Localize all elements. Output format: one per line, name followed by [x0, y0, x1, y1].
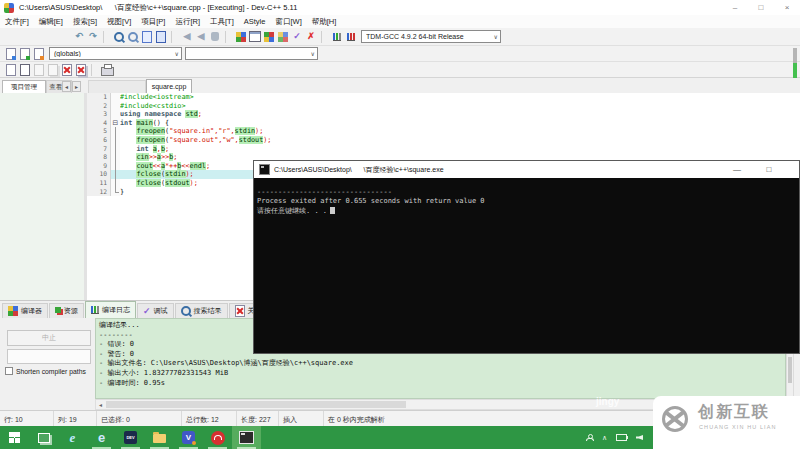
minimize-button[interactable]: –: [722, 0, 748, 15]
line-number-gutter[interactable]: 9: [87, 162, 111, 171]
doc-orange-button[interactable]: [33, 47, 46, 61]
line-number-gutter[interactable]: 12: [87, 188, 111, 197]
code-text[interactable]: int main() {: [120, 119, 800, 128]
line-number-gutter[interactable]: 11: [87, 179, 111, 188]
ie-tile[interactable]: e: [58, 426, 87, 449]
line-number-gutter[interactable]: 3: [87, 110, 111, 119]
editor-tab-square-cpp[interactable]: square.cpp: [146, 79, 192, 93]
close-button[interactable]: ×: [774, 0, 800, 15]
new-file-button[interactable]: [5, 63, 18, 77]
globals-combo[interactable]: (globals)∨: [49, 47, 182, 60]
tab-project-manager[interactable]: 项目管理: [2, 80, 46, 93]
console-title-bar[interactable]: C:\Users\ASUS\Desktop\ \百度经验\c++\square.…: [254, 161, 799, 178]
print-button[interactable]: [101, 63, 114, 77]
project-manager-panel[interactable]: [0, 93, 85, 300]
doc-green-button[interactable]: [19, 47, 32, 61]
start-button[interactable]: [0, 426, 29, 449]
syntax-check-button[interactable]: ✓: [291, 30, 304, 44]
doc-blue-button[interactable]: [5, 47, 18, 61]
run-button[interactable]: [249, 30, 262, 44]
profile-button[interactable]: [331, 30, 344, 44]
compile-run-button[interactable]: [263, 30, 276, 44]
stop-execution-button[interactable]: ✗: [305, 30, 318, 44]
goto-line-button[interactable]: [155, 30, 168, 44]
tab-compile-log[interactable]: 编译日志: [85, 301, 136, 318]
code-line[interactable]: 1#include<iostream>: [87, 93, 800, 102]
code-line[interactable]: 7 int a,b;: [87, 145, 800, 154]
tab-compiler[interactable]: 编译器: [2, 303, 48, 318]
code-text[interactable]: #include<cstdio>: [120, 102, 800, 111]
close-all-button[interactable]: [75, 63, 88, 77]
scrollbar-thumb[interactable]: [788, 357, 792, 383]
devcpp-tile[interactable]: DEV: [116, 426, 145, 449]
fold-marker-icon[interactable]: ⊟: [111, 119, 120, 128]
menu-item-1[interactable]: 文件[F]: [0, 17, 34, 27]
replace-button[interactable]: [141, 30, 154, 44]
menu-item-7[interactable]: 工具[T]: [205, 17, 239, 27]
compiler-combo[interactable]: TDM-GCC 4.9.2 64-bit Release∨: [361, 30, 501, 43]
tab-search-results[interactable]: 搜索结果: [175, 303, 228, 318]
abort-button[interactable]: [209, 30, 222, 44]
save-button[interactable]: [33, 63, 46, 77]
line-number-gutter[interactable]: 6: [87, 136, 111, 145]
back-button[interactable]: ◀: [181, 30, 194, 44]
battery-icon[interactable]: [616, 434, 627, 441]
tab-debug[interactable]: ✓调试: [137, 303, 174, 318]
tab-resources[interactable]: 资源: [49, 303, 84, 318]
menu-item-4[interactable]: 视图[V]: [102, 17, 136, 27]
people-icon[interactable]: [586, 434, 593, 441]
profile-delete-button[interactable]: [345, 30, 358, 44]
code-text[interactable]: int a,b;: [120, 145, 800, 154]
code-line[interactable]: 2#include<cstdio>: [87, 102, 800, 111]
menu-item-3[interactable]: 搜索[S]: [68, 17, 102, 27]
find-button[interactable]: [113, 30, 126, 44]
code-line[interactable]: 6 freopen("square.out","w",stdout);: [87, 136, 800, 145]
line-number-gutter[interactable]: 7: [87, 145, 111, 154]
menu-item-8[interactable]: AStyle: [239, 17, 271, 26]
line-number-gutter[interactable]: 1: [87, 93, 111, 102]
console-minimize-button[interactable]: —: [724, 161, 750, 178]
code-line[interactable]: 3using namespace std;: [87, 110, 800, 119]
members-combo[interactable]: ∨: [185, 47, 318, 60]
title-bar[interactable]: C:\Users\ASUS\Desktop\ \百度经验\c++\square.…: [0, 0, 800, 16]
red-app-tile[interactable]: [203, 426, 232, 449]
console-app-tile[interactable]: [232, 426, 261, 449]
menu-item-5[interactable]: 项目[P]: [136, 17, 170, 27]
line-number-gutter[interactable]: 10: [87, 170, 111, 179]
menu-item-2[interactable]: 编辑[E]: [34, 17, 68, 27]
code-line[interactable]: 5 freopen("square.in","r",stdin);: [87, 127, 800, 136]
menu-item-10[interactable]: 帮助[H]: [307, 17, 342, 27]
task-view-button[interactable]: [29, 426, 58, 449]
menu-item-9[interactable]: 窗口[W]: [270, 17, 306, 27]
open-file-button[interactable]: [19, 63, 32, 77]
line-number-gutter[interactable]: 8: [87, 153, 111, 162]
menu-item-6[interactable]: 运行[R]: [170, 17, 205, 27]
shorten-paths-checkbox[interactable]: [5, 367, 13, 375]
maximize-button[interactable]: □: [748, 0, 774, 15]
code-line[interactable]: 4⊟int main() {: [87, 119, 800, 128]
abort-button[interactable]: 中止: [7, 330, 91, 346]
tab-scroll-right-icon[interactable]: ▸: [72, 81, 81, 92]
line-number-gutter[interactable]: 4: [87, 119, 111, 128]
line-number-gutter[interactable]: 2: [87, 102, 111, 111]
code-text[interactable]: freopen("square.out","w",stdout);: [120, 136, 800, 145]
code-text[interactable]: #include<iostream>: [120, 93, 800, 102]
scroll-left-icon[interactable]: ◂: [96, 401, 105, 408]
console-maximize-button[interactable]: □: [756, 161, 782, 178]
undo-button[interactable]: ↶: [73, 30, 86, 44]
code-text[interactable]: using namespace std;: [120, 110, 800, 119]
save-all-button[interactable]: [47, 63, 60, 77]
volume-icon[interactable]: [636, 435, 643, 440]
chevron-up-icon[interactable]: ∧: [602, 434, 607, 441]
rebuild-button[interactable]: [277, 30, 290, 44]
explorer-tile[interactable]: [145, 426, 174, 449]
close-file-button[interactable]: [61, 63, 74, 77]
tab-scroll-left-icon[interactable]: ◂: [62, 81, 71, 92]
code-text[interactable]: freopen("square.in","r",stdin);: [120, 127, 800, 136]
forward-button[interactable]: ◀: [195, 30, 208, 44]
scrollbar-thumb[interactable]: [106, 401, 406, 408]
blue-app-tile[interactable]: V: [174, 426, 203, 449]
compile-button[interactable]: [235, 30, 248, 44]
redo-button[interactable]: ↷: [87, 30, 100, 44]
find-in-files-button[interactable]: [127, 30, 140, 44]
